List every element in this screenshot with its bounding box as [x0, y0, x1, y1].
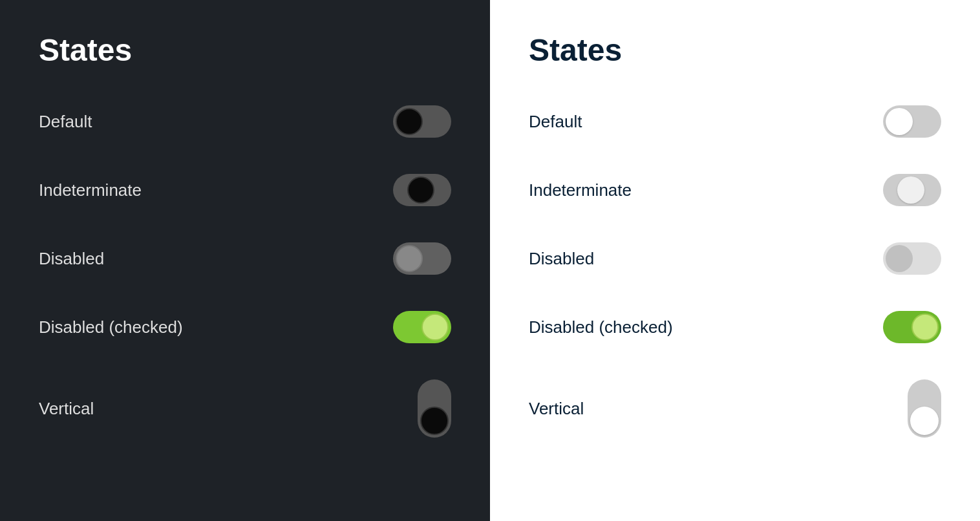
light-default-toggle[interactable]: [883, 105, 941, 138]
dark-vertical-label: Vertical: [39, 399, 94, 419]
light-indeterminate-thumb: [897, 176, 924, 204]
dark-vertical-toggle[interactable]: [418, 379, 451, 438]
light-disabled-checked-track: [883, 311, 941, 343]
dark-indeterminate-label: Indeterminate: [39, 180, 142, 200]
light-indeterminate-toggle[interactable]: [883, 174, 941, 206]
dark-default-thumb: [396, 108, 423, 135]
light-default-label: Default: [529, 112, 582, 132]
light-disabled-label: Disabled: [529, 249, 594, 269]
dark-vertical-row: Vertical: [39, 361, 451, 456]
light-disabled-checked-toggle: [883, 311, 941, 343]
dark-default-toggle[interactable]: [393, 105, 451, 138]
light-default-row: Default: [529, 87, 941, 156]
light-indeterminate-row: Indeterminate: [529, 156, 941, 224]
light-disabled-checked-label: Disabled (checked): [529, 317, 673, 337]
light-panel-title: States: [529, 32, 941, 68]
dark-disabled-row: Disabled: [39, 224, 451, 293]
dark-disabled-track: [393, 242, 451, 275]
dark-vertical-track: [418, 379, 451, 438]
light-vertical-row: Vertical: [529, 361, 941, 456]
light-disabled-toggle: [883, 242, 941, 275]
dark-disabled-thumb: [396, 245, 423, 272]
dark-indeterminate-track: [393, 174, 451, 206]
dark-indeterminate-toggle[interactable]: [393, 174, 451, 206]
dark-disabled-label: Disabled: [39, 249, 104, 269]
dark-default-track: [393, 105, 451, 138]
light-disabled-row: Disabled: [529, 224, 941, 293]
light-default-track: [883, 105, 941, 138]
light-indeterminate-label: Indeterminate: [529, 180, 632, 200]
light-vertical-track: [908, 379, 941, 438]
light-vertical-toggle[interactable]: [908, 379, 941, 438]
light-default-thumb: [886, 108, 913, 135]
dark-panel-title: States: [39, 32, 451, 68]
dark-indeterminate-row: Indeterminate: [39, 156, 451, 224]
dark-disabled-checked-row: Disabled (checked): [39, 293, 451, 361]
dark-disabled-checked-toggle: [393, 311, 451, 343]
dark-disabled-checked-track: [393, 311, 451, 343]
light-vertical-label: Vertical: [529, 399, 584, 419]
dark-disabled-toggle: [393, 242, 451, 275]
light-indeterminate-track: [883, 174, 941, 206]
dark-disabled-checked-thumb: [421, 314, 449, 341]
light-disabled-checked-row: Disabled (checked): [529, 293, 941, 361]
light-disabled-thumb: [886, 245, 913, 272]
dark-disabled-checked-label: Disabled (checked): [39, 317, 183, 337]
dark-vertical-thumb: [420, 407, 449, 435]
light-disabled-checked-thumb: [911, 314, 939, 341]
dark-default-label: Default: [39, 112, 92, 132]
light-vertical-thumb: [910, 407, 939, 435]
light-disabled-track: [883, 242, 941, 275]
light-panel: States Default Indeterminate Disabled Di…: [490, 0, 980, 521]
dark-panel: States Default Indeterminate Disabled Di…: [0, 0, 490, 521]
dark-indeterminate-thumb: [407, 176, 434, 204]
dark-default-row: Default: [39, 87, 451, 156]
